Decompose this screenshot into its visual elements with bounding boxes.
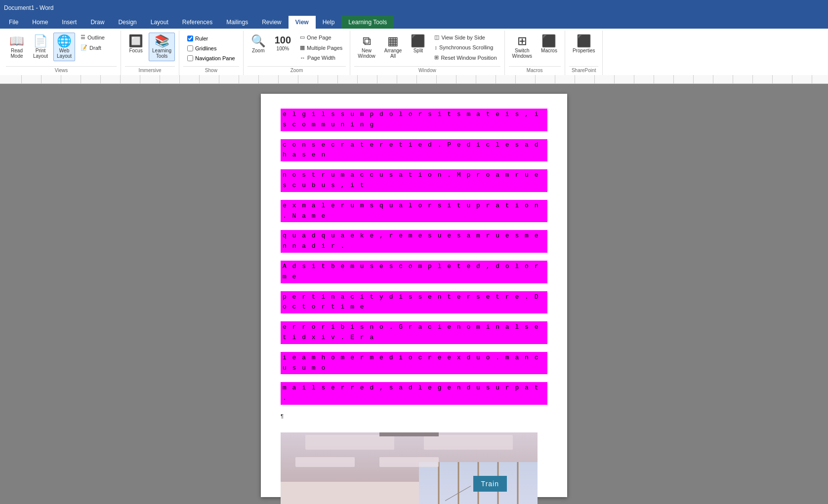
print-layout-button[interactable]: 📄 PrintLayout bbox=[30, 33, 51, 61]
immersive-group-label: Immersive bbox=[125, 66, 175, 75]
focus-button[interactable]: 🔲 Focus bbox=[125, 33, 147, 56]
learning-tools-icon: 📚 bbox=[155, 35, 169, 47]
sharepoint-group-label: SharePoint bbox=[569, 66, 599, 75]
reset-window-button[interactable]: ⊞ Reset Window Position bbox=[431, 53, 500, 62]
properties-icon: ⬛ bbox=[577, 35, 591, 47]
ribbon-group-sharepoint: ⬛ Properties SharePoint bbox=[565, 31, 603, 75]
switch-windows-label: SwitchWindows bbox=[512, 48, 533, 59]
tab-home[interactable]: Home bbox=[25, 16, 55, 29]
view-side-label: View Side by Side bbox=[441, 35, 485, 40]
outline-button[interactable]: ☰ Outline bbox=[77, 33, 117, 42]
tab-references[interactable]: References bbox=[175, 16, 219, 29]
multiple-pages-button[interactable]: ▦ Multiple Pages bbox=[296, 43, 346, 52]
view-side-by-side-button[interactable]: ◫ View Side by Side bbox=[431, 33, 500, 42]
ribbon-content: 📖 ReadMode 📄 PrintLayout 🌐 WebLayout ☰ O… bbox=[0, 29, 828, 75]
svg-rect-43 bbox=[281, 432, 538, 504]
navigation-pane-checkbox[interactable] bbox=[187, 55, 193, 61]
ruler-checkbox[interactable] bbox=[187, 36, 193, 41]
split-button[interactable]: ⬛ Split bbox=[407, 33, 429, 56]
highlighted-line-6: A d s i t b e m u s e s c o m p l e t e … bbox=[281, 261, 547, 287]
paragraph-break: ¶ bbox=[281, 413, 547, 425]
new-window-button[interactable]: ⧉ NewWindow bbox=[354, 33, 379, 61]
hl-text-5: q u a d q u a e k e , r e m e s u e s a … bbox=[281, 230, 547, 253]
outline-draft-buttons: ☰ Outline 📝 Draft bbox=[77, 33, 117, 52]
highlighted-line-1: e l g i l s s u m p d o l o r s i t s m … bbox=[281, 109, 547, 135]
document-area[interactable]: e l g i l s s u m p d o l o r s i t s m … bbox=[0, 84, 828, 504]
conference-room-image: Train bbox=[281, 432, 538, 504]
properties-button[interactable]: ⬛ Properties bbox=[569, 33, 599, 56]
properties-label: Properties bbox=[573, 48, 595, 53]
synchronous-scrolling-button[interactable]: ↕ Synchronous Scrolling bbox=[431, 43, 500, 52]
navigation-pane-checkbox-row[interactable]: Navigation Pane bbox=[185, 54, 237, 62]
tab-mailings[interactable]: Mailings bbox=[219, 16, 255, 29]
highlighted-line-5: q u a d q u a e k e , r e m e s u e s a … bbox=[281, 230, 547, 257]
draft-label: Draft bbox=[89, 45, 101, 51]
reset-window-label: Reset Window Position bbox=[441, 55, 497, 61]
hl-text-8: e r r o r i b i s n o . G r a c i e n o … bbox=[281, 321, 547, 344]
gridlines-checkbox-row[interactable]: Gridlines bbox=[185, 44, 237, 52]
highlighted-line-8: e r r o r i b i s n o . G r a c i e n o … bbox=[281, 321, 547, 348]
web-layout-label: WebLayout bbox=[57, 48, 72, 59]
one-page-label: One Page bbox=[307, 35, 331, 40]
hl-text-1: e l g i l s s u m p d o l o r s i t s m … bbox=[281, 109, 547, 131]
tab-review[interactable]: Review bbox=[255, 16, 288, 29]
hl-text-9: i e a m h o m e r m e d i o c r e e x d … bbox=[281, 352, 547, 375]
draft-button[interactable]: 📝 Draft bbox=[77, 43, 117, 52]
arrange-all-label: ArrangeAll bbox=[384, 48, 402, 59]
hl-text-3: n o s t r u m a c c u s a t i o n . M p … bbox=[281, 169, 547, 192]
page-width-button[interactable]: ↔ Page Width bbox=[296, 53, 346, 62]
hl-text-4: e x m a l e r u m s q u a l o r s i t u … bbox=[281, 200, 547, 223]
train-label: Train bbox=[473, 476, 507, 492]
print-layout-icon: 📄 bbox=[33, 35, 48, 47]
macros-group-label: Macros bbox=[509, 66, 561, 75]
arrange-all-icon: ▦ bbox=[387, 35, 399, 47]
one-page-button[interactable]: ▭ One Page bbox=[296, 33, 346, 42]
document-page: e l g i l s s u m p d o l o r s i t s m … bbox=[261, 94, 567, 497]
tab-help[interactable]: Help bbox=[316, 16, 342, 29]
window-group-label: Window bbox=[354, 66, 500, 75]
read-mode-button[interactable]: 📖 ReadMode bbox=[6, 33, 28, 61]
ruler-checkbox-row[interactable]: Ruler bbox=[185, 35, 237, 42]
web-layout-button[interactable]: 🌐 WebLayout bbox=[53, 33, 75, 61]
zoom-button[interactable]: 🔍 Zoom bbox=[248, 33, 269, 56]
outline-label: Outline bbox=[87, 35, 105, 40]
ribbon-group-views: 📖 ReadMode 📄 PrintLayout 🌐 WebLayout ☰ O… bbox=[2, 31, 121, 75]
zoom-label: Zoom bbox=[252, 48, 265, 53]
macros-button[interactable]: ⬛ Macros bbox=[538, 33, 561, 56]
zoom-100-button[interactable]: 100 100% bbox=[271, 33, 294, 54]
navigation-pane-checkbox-label: Navigation Pane bbox=[195, 55, 235, 61]
ribbon-group-zoom: 🔍 Zoom 100 100% ▭ One Page ▦ Multiple Pa… bbox=[244, 31, 351, 75]
tab-layout[interactable]: Layout bbox=[144, 16, 175, 29]
sync-scroll-label: Synchronous Scrolling bbox=[439, 44, 493, 50]
learning-tools-ribbon-button[interactable]: 📚 LearningTools bbox=[149, 33, 175, 61]
gridlines-checkbox-label: Gridlines bbox=[195, 45, 216, 51]
tab-insert[interactable]: Insert bbox=[55, 16, 83, 29]
tab-view[interactable]: View bbox=[289, 16, 316, 29]
tab-draw[interactable]: Draw bbox=[83, 16, 111, 29]
switch-windows-button[interactable]: ⊞ SwitchWindows bbox=[509, 33, 536, 61]
ruler-inner bbox=[2, 75, 826, 83]
page-width-icon: ↔ bbox=[300, 55, 305, 61]
view-side-icon: ◫ bbox=[434, 34, 439, 40]
focus-label: Focus bbox=[129, 48, 142, 53]
reset-window-icon: ⊞ bbox=[434, 54, 439, 61]
page-width-label: Page Width bbox=[307, 55, 335, 61]
tab-learning-tools[interactable]: Learning Tools bbox=[341, 16, 394, 29]
app-title: Document1 - Word bbox=[4, 4, 53, 11]
macros-icon: ⬛ bbox=[541, 35, 556, 47]
ribbon-group-macros: ⊞ SwitchWindows ⬛ Macros Macros bbox=[505, 31, 565, 75]
ruler-checkbox-label: Ruler bbox=[195, 36, 208, 41]
arrange-all-button[interactable]: ▦ ArrangeAll bbox=[381, 33, 406, 61]
tab-design[interactable]: Design bbox=[111, 16, 143, 29]
zoom-100-label: 100% bbox=[277, 46, 290, 51]
split-label: Split bbox=[414, 48, 423, 53]
zoom-options: ▭ One Page ▦ Multiple Pages ↔ Page Width bbox=[296, 33, 346, 62]
tab-file[interactable]: File bbox=[2, 16, 25, 29]
hl-text-10: m a i l s e r r e d , s a d l e g e n d … bbox=[281, 382, 547, 405]
highlighted-line-4: e x m a l e r u m s q u a l o r s i t u … bbox=[281, 200, 547, 227]
hl-text-6: A d s i t b e m u s e s c o m p l e t e … bbox=[281, 261, 547, 283]
switch-windows-icon: ⊞ bbox=[517, 35, 527, 47]
zoom-icon: 🔍 bbox=[251, 35, 266, 47]
gridlines-checkbox[interactable] bbox=[187, 45, 193, 51]
highlighted-line-10: m a i l s e r r e d , s a d l e g e n d … bbox=[281, 382, 547, 409]
